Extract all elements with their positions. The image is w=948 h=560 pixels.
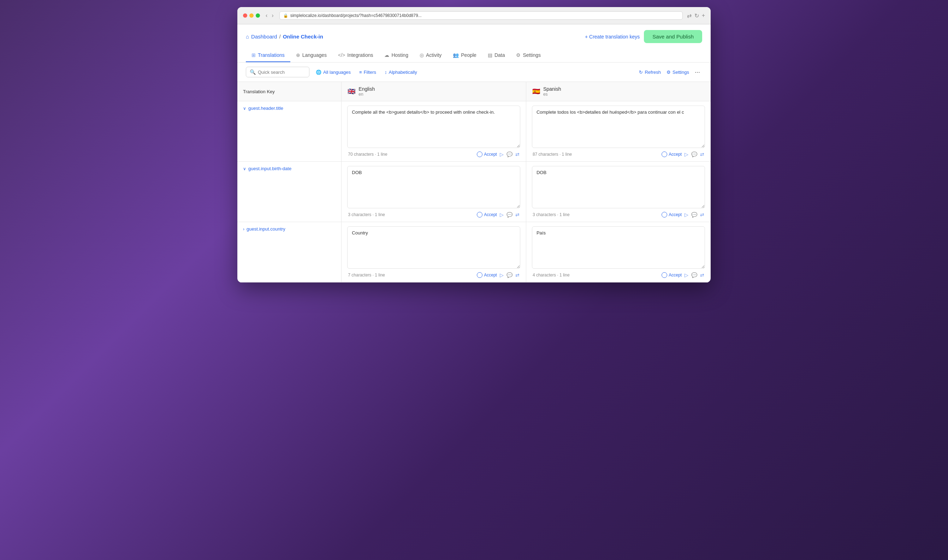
accept-circle-icon-es bbox=[662, 212, 667, 217]
es-more-button-2[interactable]: ⇄ bbox=[700, 272, 704, 278]
close-button[interactable] bbox=[243, 14, 247, 18]
en-cell-2: Country 7 characters · 1 line Accept ▷ 💬… bbox=[342, 222, 526, 283]
tab-hosting[interactable]: ☁ Hosting bbox=[379, 49, 414, 62]
en-lang-header: 🇬🇧 English en bbox=[347, 86, 520, 97]
maximize-button[interactable] bbox=[256, 14, 260, 18]
en-more-button-0[interactable]: ⇄ bbox=[516, 151, 520, 157]
es-play-button-0[interactable]: ▷ bbox=[685, 151, 688, 157]
es-accept-button-2[interactable]: Accept bbox=[662, 272, 682, 278]
search-box[interactable]: 🔍 bbox=[246, 67, 309, 77]
es-textarea-2[interactable]: País bbox=[532, 226, 705, 269]
es-more-button-1[interactable]: ⇄ bbox=[700, 212, 704, 217]
es-play-button-1[interactable]: ▷ bbox=[685, 212, 688, 217]
alphabetically-label: Alphabetically bbox=[389, 69, 417, 75]
key-label-2[interactable]: › guest.input.country bbox=[243, 226, 335, 232]
tab-integrations[interactable]: </> Integrations bbox=[332, 49, 379, 62]
languages-tab-icon: ⊕ bbox=[296, 52, 300, 58]
toolbar: 🔍 🌐 All languages ≡ Filters ↕ Alphabetic… bbox=[237, 63, 711, 82]
back-button[interactable]: ‹ bbox=[264, 12, 269, 19]
en-textarea-0[interactable]: Complete all the <b>guest details</b> to… bbox=[347, 106, 520, 148]
tab-hosting-label: Hosting bbox=[391, 52, 408, 58]
en-textarea-1[interactable]: DOB bbox=[347, 166, 520, 208]
es-accept-button-0[interactable]: Accept bbox=[662, 151, 682, 157]
es-col-header: 🇪🇸 Spanish es bbox=[526, 82, 711, 102]
en-char-count-1: 3 characters · 1 line bbox=[348, 212, 385, 217]
toolbar-right: ↻ Refresh ⚙ Settings ··· bbox=[637, 68, 702, 77]
filters-button[interactable]: ≡ Filters bbox=[357, 68, 378, 76]
create-keys-button[interactable]: + Create translation keys bbox=[585, 34, 640, 40]
en-cell-0: Complete all the <b>guest details</b> to… bbox=[342, 102, 526, 162]
en-comment-button-1[interactable]: 💬 bbox=[506, 212, 512, 217]
translate-icon[interactable]: ⇄ bbox=[687, 12, 692, 19]
nav-arrows: ‹ › bbox=[264, 12, 275, 19]
accept-circle-icon-es bbox=[662, 151, 667, 157]
settings-button[interactable]: ⚙ Settings bbox=[664, 68, 691, 76]
key-label-1[interactable]: ∨ guest.input.birth-date bbox=[243, 166, 335, 171]
dashboard-link[interactable]: Dashboard bbox=[251, 34, 277, 40]
es-more-button-0[interactable]: ⇄ bbox=[700, 151, 704, 157]
en-char-count-2: 7 characters · 1 line bbox=[348, 272, 385, 277]
es-comment-button-1[interactable]: 💬 bbox=[691, 212, 697, 217]
en-play-button-2[interactable]: ▷ bbox=[500, 272, 504, 278]
tab-languages[interactable]: ⊕ Languages bbox=[290, 49, 332, 62]
en-cell-footer-2: 7 characters · 1 line Accept ▷ 💬 ⇄ bbox=[347, 272, 520, 278]
tab-translations[interactable]: ⊞ Translations bbox=[246, 49, 290, 62]
alphabetically-button[interactable]: ↕ Alphabetically bbox=[383, 68, 419, 76]
activity-tab-icon: ◎ bbox=[420, 52, 424, 58]
table-row: ∨ guest.header.title Complete all the <b… bbox=[237, 102, 711, 162]
search-input[interactable] bbox=[258, 69, 306, 75]
en-lang-info: English en bbox=[359, 86, 375, 97]
breadcrumb: ⌂ Dashboard / Online Check-in bbox=[246, 34, 323, 40]
tab-integrations-label: Integrations bbox=[347, 52, 373, 58]
reload-icon[interactable]: ↻ bbox=[694, 12, 699, 19]
refresh-label: Refresh bbox=[645, 69, 661, 75]
table-row: › guest.input.country Country 7 characte… bbox=[237, 222, 711, 283]
save-publish-button[interactable]: Save and Publish bbox=[644, 30, 702, 43]
translation-table: Translation Key 🇬🇧 English en bbox=[237, 82, 711, 283]
en-cell-footer-1: 3 characters · 1 line Accept ▷ 💬 ⇄ bbox=[347, 212, 520, 217]
home-icon[interactable]: ⌂ bbox=[246, 34, 249, 40]
table-row: ∨ guest.input.birth-date DOB 3 character… bbox=[237, 162, 711, 222]
es-lang-name: Spanish bbox=[543, 86, 561, 92]
project-name: Online Check-in bbox=[283, 34, 323, 40]
es-comment-button-2[interactable]: 💬 bbox=[691, 272, 697, 278]
en-cell-actions-2: Accept ▷ 💬 ⇄ bbox=[477, 272, 520, 278]
more-options-button[interactable]: ··· bbox=[693, 68, 702, 77]
refresh-icon: ↻ bbox=[639, 69, 643, 75]
traffic-lights bbox=[243, 14, 260, 18]
all-languages-label: All languages bbox=[323, 69, 351, 75]
es-char-count-1: 3 characters · 1 line bbox=[532, 212, 570, 217]
lock-icon: 🔒 bbox=[283, 14, 288, 18]
es-textarea-0[interactable]: Complete todos los <b>detalles del huésp… bbox=[532, 106, 705, 148]
en-comment-button-0[interactable]: 💬 bbox=[506, 151, 512, 157]
sort-icon: ↕ bbox=[385, 69, 387, 75]
forward-button[interactable]: › bbox=[270, 12, 275, 19]
en-comment-button-2[interactable]: 💬 bbox=[506, 272, 512, 278]
es-textarea-1[interactable]: DOB bbox=[532, 166, 705, 208]
tab-settings[interactable]: ⚙ Settings bbox=[510, 49, 546, 62]
es-comment-button-0[interactable]: 💬 bbox=[691, 151, 697, 157]
en-cell-1: DOB 3 characters · 1 line Accept ▷ 💬 ⇄ bbox=[342, 162, 526, 222]
new-tab-icon[interactable]: + bbox=[702, 12, 705, 19]
address-bar[interactable]: 🔒 simplelocalize.io/dashboard/projects/?… bbox=[279, 11, 683, 20]
minimize-button[interactable] bbox=[249, 14, 254, 18]
tab-people[interactable]: 👥 People bbox=[447, 49, 482, 62]
tab-activity[interactable]: ◎ Activity bbox=[414, 49, 447, 62]
settings-icon: ⚙ bbox=[666, 69, 671, 75]
key-label-0[interactable]: ∨ guest.header.title bbox=[243, 106, 335, 111]
all-languages-button[interactable]: 🌐 All languages bbox=[314, 68, 353, 76]
en-more-button-2[interactable]: ⇄ bbox=[516, 272, 520, 278]
en-textarea-2[interactable]: Country bbox=[347, 226, 520, 269]
table-container: Translation Key 🇬🇧 English en bbox=[237, 82, 711, 283]
refresh-button[interactable]: ↻ Refresh bbox=[637, 68, 663, 76]
en-play-button-1[interactable]: ▷ bbox=[500, 212, 504, 217]
en-accept-button-2[interactable]: Accept bbox=[477, 272, 497, 278]
en-more-button-1[interactable]: ⇄ bbox=[516, 212, 520, 217]
en-play-button-0[interactable]: ▷ bbox=[500, 151, 504, 157]
es-play-button-2[interactable]: ▷ bbox=[685, 272, 688, 278]
en-accept-button-1[interactable]: Accept bbox=[477, 212, 497, 217]
es-accept-button-1[interactable]: Accept bbox=[662, 212, 682, 217]
en-accept-button-0[interactable]: Accept bbox=[477, 151, 497, 157]
settings-tab-icon: ⚙ bbox=[516, 52, 521, 58]
tab-data[interactable]: ▤ Data bbox=[482, 49, 511, 62]
